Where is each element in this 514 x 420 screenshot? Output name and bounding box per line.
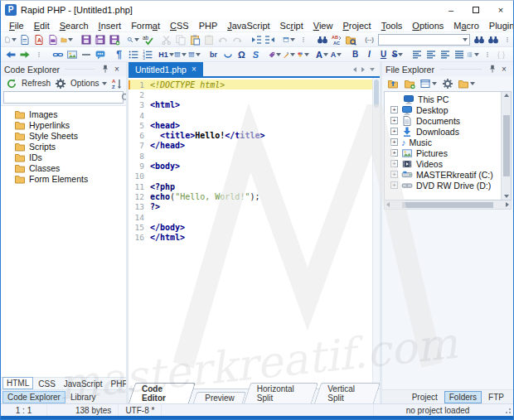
panel-tab-ftp[interactable]: FTP (484, 392, 508, 403)
insert-table-icon[interactable] (173, 48, 187, 61)
menu-view[interactable]: View (308, 21, 338, 31)
menu-plugins[interactable]: Plugins (484, 21, 514, 31)
align-right-icon[interactable] (438, 48, 452, 61)
menu-macro[interactable]: Macro (449, 21, 484, 31)
menu-edit[interactable]: Edit (29, 21, 55, 31)
unordered-list-icon[interactable] (126, 48, 140, 61)
view-tab-horizontal-split[interactable]: Horizontal Split (247, 383, 315, 403)
folder-up-icon[interactable] (386, 77, 400, 90)
expander-icon[interactable]: + (390, 128, 398, 135)
format-painter-icon[interactable] (282, 48, 296, 61)
tree-item-documents[interactable]: +Documents (385, 115, 501, 126)
align-center-icon[interactable] (424, 48, 438, 61)
fe-settings-icon[interactable] (440, 77, 454, 90)
menu-css[interactable]: CSS (165, 21, 194, 31)
insert-image-icon[interactable] (65, 48, 79, 61)
tree-item-images[interactable]: Images (1, 109, 126, 119)
panel-tab-code-explorer[interactable]: Code Explorer (2, 391, 65, 403)
tree-item-music[interactable]: +♪Music (385, 137, 501, 147)
toolbar-overflow-icon[interactable] (296, 33, 310, 46)
font-decrease-icon[interactable]: A (329, 48, 343, 61)
tree-item-classes[interactable]: Classes (1, 162, 126, 173)
tree-item-masterkreatif-c[interactable]: +MASTERkreatif (C:) (385, 169, 501, 180)
tree-item-scripts[interactable]: Scripts (1, 141, 126, 152)
close-tab-icon[interactable]: × (192, 65, 196, 74)
menu-php[interactable]: PHP (194, 21, 223, 31)
find-dialog-icon[interactable] (315, 33, 329, 46)
menu-javascript[interactable]: JavaScript (222, 21, 274, 31)
resize-grip[interactable] (502, 404, 513, 416)
tree-item-ids[interactable]: IDs (1, 152, 126, 162)
close-button[interactable]: × (488, 1, 513, 19)
vertical-scrollbar[interactable] (501, 92, 511, 200)
insert-comment-icon[interactable] (93, 48, 107, 61)
find-in-files-icon[interactable] (343, 33, 357, 46)
lang-tab-css[interactable]: CSS (35, 379, 59, 389)
paste-html-icon[interactable] (187, 33, 201, 46)
find-icon[interactable] (126, 33, 140, 46)
tree-item-form-elements[interactable]: Form Elements (1, 173, 126, 184)
save-as-icon[interactable] (107, 33, 121, 46)
tree-item-videos[interactable]: +Videos (385, 158, 501, 169)
maximize-button[interactable] (463, 1, 488, 19)
navigate-forward-icon[interactable] (17, 48, 32, 61)
scrollbar-thumb[interactable] (503, 115, 510, 176)
tab-scroll-right-icon[interactable] (361, 67, 365, 72)
menu-search[interactable]: Search (55, 21, 94, 31)
menu-project[interactable]: Project (337, 21, 376, 31)
close-panel-icon[interactable]: × (111, 65, 123, 74)
navigate-back-icon[interactable] (3, 48, 17, 61)
ordered-list-icon[interactable]: 123 (140, 48, 154, 61)
tree-item-style-sheets[interactable]: Style Sheets (1, 130, 126, 141)
quick-search-input[interactable] (379, 35, 462, 45)
unindent-icon[interactable] (249, 33, 263, 46)
tree-item-desktop[interactable]: +Desktop (385, 104, 501, 115)
tree-item-dvd-rw-drive-d[interactable]: +DVD RW Drive (D:) (385, 180, 501, 191)
expander-icon[interactable]: + (390, 160, 398, 167)
expander-icon[interactable]: + (390, 171, 398, 178)
tab-list-icon[interactable] (370, 68, 375, 71)
lang-tab-javascript[interactable]: JavaScript (61, 379, 106, 389)
view-tab-code-editor[interactable]: Code Editor (132, 383, 192, 403)
scrollbar-thumb[interactable] (374, 80, 379, 108)
expander-icon[interactable]: + (390, 181, 398, 189)
insert-span-icon[interactable]: S (249, 48, 263, 61)
scroll-down-icon[interactable] (504, 195, 509, 198)
horizontal-scrollbar[interactable] (384, 200, 512, 210)
scroll-up-icon[interactable] (504, 94, 509, 97)
menu-file[interactable]: File (4, 21, 29, 31)
menu-options[interactable]: Options (407, 21, 449, 31)
italic-icon[interactable]: I (362, 48, 376, 61)
open-html-doc-icon[interactable] (17, 33, 32, 46)
tab-scroll-left-icon[interactable] (353, 67, 356, 72)
insert-tag-icon[interactable] (268, 48, 282, 61)
insert-br-icon[interactable]: br (206, 48, 221, 61)
toolbar-overflow-icon[interactable] (32, 48, 46, 61)
heading-icon[interactable]: H1 (159, 48, 173, 61)
expander-icon[interactable]: + (390, 149, 398, 157)
view-tab-preview[interactable]: Preview (195, 392, 245, 403)
fe-folders-icon[interactable] (457, 77, 476, 90)
lang-tab-html[interactable]: HTML (2, 377, 33, 389)
refresh-button[interactable]: Refresh (22, 79, 51, 88)
insert-paragraph-icon[interactable]: ¶ (112, 48, 126, 61)
view-tab-vertical-split[interactable]: Vertical Split (318, 383, 377, 403)
panel-tab-project[interactable]: Project (408, 392, 442, 403)
minimize-button[interactable]: – (439, 1, 463, 19)
align-left-icon[interactable] (410, 48, 424, 61)
find-previous-icon[interactable] (486, 33, 500, 46)
spell-check-icon[interactable]: ab (140, 33, 154, 46)
options-button[interactable]: Options (70, 79, 99, 88)
search-input[interactable] (4, 92, 119, 103)
menu-format[interactable]: Format (126, 21, 165, 31)
special-character-icon[interactable]: Ω (235, 48, 249, 61)
scroll-right-icon[interactable] (506, 202, 509, 207)
chevron-down-icon[interactable] (463, 38, 468, 41)
list-style-icon[interactable] (466, 48, 480, 61)
toolbar-overflow-icon[interactable] (508, 48, 514, 61)
refresh-icon[interactable] (4, 77, 18, 90)
insert-hr-icon[interactable] (79, 48, 93, 61)
indent-icon[interactable] (263, 33, 277, 46)
underline-icon[interactable]: U (376, 48, 390, 61)
expander-icon[interactable]: + (390, 138, 398, 146)
